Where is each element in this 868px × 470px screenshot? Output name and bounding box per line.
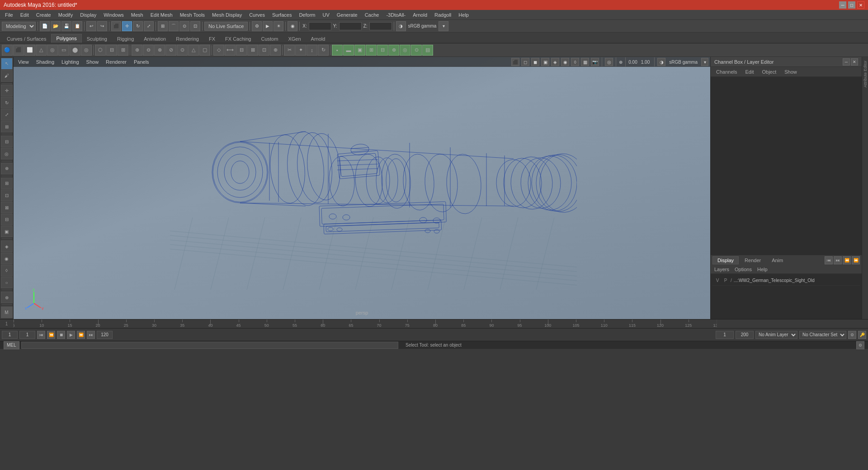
fill-hole-btn[interactable]: ⊞ [118, 45, 128, 56]
range-start-input[interactable] [716, 331, 734, 339]
plane-icon-btn[interactable]: ▭ [58, 45, 69, 56]
quick-layout-2[interactable]: ⊡ [1, 189, 13, 201]
rp-close[interactable]: ✕ [851, 58, 858, 66]
close-button[interactable]: ✕ [857, 1, 864, 9]
transform-tool[interactable]: ⊞ [1, 121, 13, 133]
flip-edge-btn[interactable]: ↕ [307, 45, 317, 56]
menu-display[interactable]: Display [77, 10, 99, 19]
tool-option-2[interactable]: ◉ [1, 253, 13, 264]
snap-grid-button[interactable]: ⊞ [158, 21, 168, 31]
start-frame-input[interactable] [2, 331, 18, 339]
status-settings[interactable]: ⚙ [856, 341, 864, 349]
merge-btn[interactable]: ⊟ [377, 45, 388, 56]
channel-tab-channels[interactable]: Channels [712, 68, 741, 75]
menu-modify[interactable]: Modify [55, 10, 76, 19]
vp-menu-renderer[interactable]: Renderer [103, 58, 129, 66]
spin-edge-btn[interactable]: ↻ [318, 45, 329, 56]
vp-smooth[interactable]: ◼ [531, 58, 539, 66]
workspace-selector[interactable]: Modeling [2, 22, 36, 31]
tool-option-1[interactable]: ◈ [1, 240, 13, 252]
bridge-btn[interactable]: ⊟ [106, 45, 117, 56]
go-start-button[interactable]: ⏮ [37, 331, 45, 339]
cut-faces-btn[interactable]: ✂ [284, 45, 295, 56]
vertex-btn[interactable]: ▪ [332, 45, 343, 56]
z-input[interactable] [369, 22, 392, 30]
menu-create[interactable]: Create [33, 10, 54, 19]
triangulate-btn[interactable]: △ [188, 45, 199, 56]
render-button[interactable]: ▶ [263, 21, 273, 31]
channel-tab-object[interactable]: Object [758, 68, 780, 75]
tool-option-3[interactable]: ◊ [1, 265, 13, 277]
face-btn[interactable]: ▣ [354, 45, 365, 56]
boolean-btn[interactable]: ⊗ [154, 45, 165, 56]
menu-arnold[interactable]: Arnold [410, 10, 430, 19]
menu-3dto-all[interactable]: -3DtoAll- [383, 10, 409, 19]
vp-menu-view[interactable]: View [15, 58, 32, 66]
menu-radgoll[interactable]: Radgoll [431, 10, 454, 19]
redo-button[interactable]: ↪ [97, 21, 107, 31]
vp-menu-panels[interactable]: Panels [131, 58, 152, 66]
snap-curve-button[interactable]: ⌒ [169, 21, 179, 31]
layer-row-0[interactable]: V P / ...:WW2_German_Telescopic_Sight_Ol… [712, 276, 860, 286]
menu-cache[interactable]: Cache [362, 10, 382, 19]
quad-btn[interactable]: ▢ [199, 45, 210, 56]
vp-texture[interactable]: ▦ [581, 58, 589, 66]
gamma-dropdown-button[interactable]: ▾ [439, 21, 448, 31]
scale-tool[interactable]: ⤢ [1, 109, 13, 121]
channel-tab-show[interactable]: Show [781, 68, 801, 75]
mel-input[interactable] [21, 342, 399, 349]
cube-icon-btn[interactable]: ⬛ [13, 45, 24, 56]
vp-flat[interactable]: ▣ [541, 58, 549, 66]
menu-file[interactable]: File [2, 10, 16, 19]
subtab-help[interactable]: Help [755, 266, 769, 273]
new-scene-button[interactable]: 📄 [40, 21, 50, 31]
menu-mesh[interactable]: Mesh [128, 10, 146, 19]
current-frame-input[interactable] [19, 331, 35, 339]
scale-tool-button[interactable]: ⤢ [144, 21, 154, 31]
menu-edit[interactable]: Edit [17, 10, 32, 19]
vp-menu-lighting[interactable]: Lighting [59, 58, 82, 66]
render-settings-button[interactable]: ⚙ [252, 21, 262, 31]
menu-help[interactable]: Help [455, 10, 472, 19]
vp-isolate[interactable]: ◎ [605, 58, 613, 66]
restore-button[interactable]: □ [848, 1, 855, 9]
anim-prev-frame[interactable]: ⏪ [843, 256, 851, 264]
show-isolate-button[interactable]: ◉ [288, 21, 297, 31]
vp-select-mode[interactable]: ⬛ [511, 58, 519, 66]
prev-frame-button[interactable]: ⏪ [47, 331, 55, 339]
timeline-ruler[interactable]: 1 51015202530354045505560657075808590951… [0, 319, 868, 328]
layer-playback[interactable]: P [722, 278, 729, 283]
menu-uv[interactable]: UV [319, 10, 332, 19]
attribute-editor-label[interactable]: Attribute Editor [863, 61, 868, 88]
layer-visibility[interactable]: V [714, 278, 721, 283]
disk-icon-btn[interactable]: ⬤ [70, 45, 80, 56]
play-forward-button[interactable]: ▶ [67, 331, 75, 339]
anim-next-frame[interactable]: ⏩ [852, 256, 860, 264]
rotate-tool-button[interactable]: ↻ [133, 21, 143, 31]
tab-display[interactable]: Display [712, 256, 739, 264]
end-frame-input[interactable] [97, 331, 113, 339]
sphere-icon-btn[interactable]: 🔵 [2, 45, 13, 56]
no-character-set-select[interactable]: No Character Set [799, 331, 846, 339]
menu-curves[interactable]: Curves [246, 10, 268, 19]
smooth-btn[interactable]: ⊙ [177, 45, 188, 56]
cylinder-icon-btn[interactable]: ⬜ [24, 45, 35, 56]
relax-btn[interactable]: ⊙ [411, 45, 422, 56]
y-input[interactable] [339, 22, 362, 30]
move-tool[interactable]: ✛ [1, 85, 13, 96]
vp-gamma-toggle[interactable]: ◑ [657, 58, 665, 66]
vp-menu-shading[interactable]: Shading [33, 58, 57, 66]
show-manip-tool[interactable]: ⊕ [1, 163, 13, 174]
snap-together-tool[interactable]: ⊟ [1, 136, 13, 147]
bevel-btn[interactable]: ◇ [213, 45, 224, 56]
tab-rendering[interactable]: Rendering [171, 34, 204, 43]
viewport[interactable]: View Shading Lighting Show Renderer Pane… [14, 57, 710, 319]
tab-curves-surfaces[interactable]: Curves / Surfaces [2, 34, 51, 43]
x-input[interactable] [309, 22, 331, 30]
tab-animation[interactable]: Animation [139, 34, 171, 43]
extrude-btn[interactable]: ⬡ [95, 45, 106, 56]
target-weld-btn[interactable]: ⊕ [270, 45, 281, 56]
minimize-button[interactable]: ─ [839, 1, 846, 9]
cone-icon-btn[interactable]: △ [36, 45, 47, 56]
torus-icon-btn[interactable]: ◎ [47, 45, 58, 56]
